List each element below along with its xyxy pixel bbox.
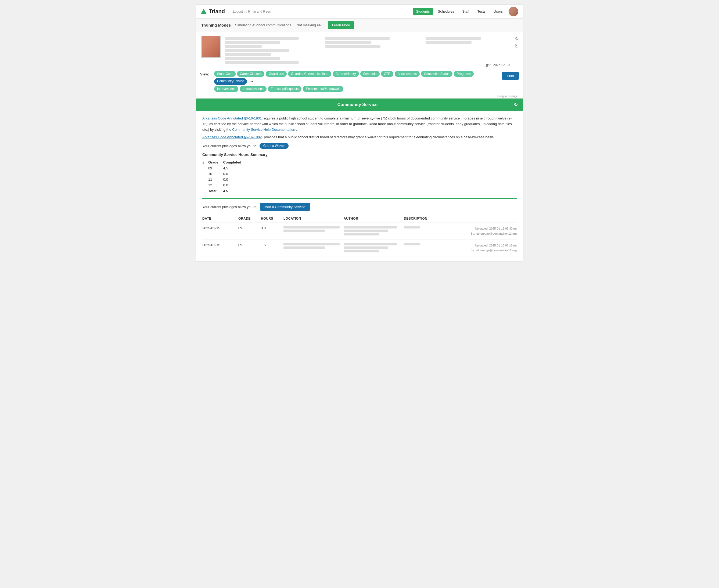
grant-waiver-row: Your current privileges allow you to: Gr… — [202, 143, 517, 149]
chip-container: SmartCore CareerClusters Guardians Guard… — [214, 71, 498, 94]
chip-enrollmentswithdrawals[interactable]: EnrollmentsWithdrawals — [303, 86, 343, 92]
waiver-row: Arkansas Code Annotated §6-16-1902 provi… — [202, 135, 517, 139]
chip-coursehistory[interactable]: CourseHistory — [333, 71, 359, 77]
chip-guardians[interactable]: Guardians — [266, 71, 286, 77]
more-options-button[interactable]: ··· — [248, 78, 257, 85]
chip-completionstatus[interactable]: CompletionStatus — [421, 71, 453, 77]
col-date: DATE — [202, 217, 237, 220]
grant-waiver-button[interactable]: Grant a Waiver — [260, 143, 288, 149]
law1-link2[interactable]: Community Service Help Documentation — [232, 128, 295, 131]
tab-bar: View: SmartCore CareerClusters Guardians… — [196, 69, 523, 99]
blur-line — [225, 61, 299, 64]
col-author: AUTHOR — [344, 217, 403, 220]
section-refresh-icon[interactable]: ↻ — [514, 102, 518, 108]
nav-students[interactable]: Students — [413, 8, 433, 15]
training-desc1: Simulating eSchool communications. — [235, 23, 292, 27]
grade-header: Grade — [208, 160, 223, 165]
add-community-service-button[interactable]: Add a Community Service — [260, 203, 310, 211]
completed-10: 0.0 — [223, 171, 246, 177]
grade-09: 09 — [208, 165, 223, 171]
grade-11: 11 — [208, 177, 223, 182]
row1-by: By: letheredge@bentonvillek12.org — [471, 231, 517, 236]
blur-line — [225, 45, 262, 48]
data-row: 2025-01-15 09 3.0 Uploaded — [202, 223, 517, 239]
row2-date: 2025-01-15 — [202, 243, 237, 247]
nav-tests[interactable]: Tests — [474, 8, 489, 15]
col-hours: HOURS — [261, 217, 282, 220]
law1-link[interactable]: Arkansas Code Annotated §6-16-1901 — [202, 116, 262, 120]
chip-guardiancommunications[interactable]: GuardianCommunications — [288, 71, 331, 77]
chip-programs[interactable]: Programs — [454, 71, 474, 77]
blur-line — [225, 41, 280, 44]
chip-smartcore[interactable]: SmartCore — [214, 71, 236, 77]
law2-body: provides that a public school district b… — [264, 135, 494, 139]
col-location: LOCATION — [283, 217, 343, 220]
completed-header: Completed — [223, 160, 246, 165]
refresh-icon-1[interactable]: ↻ — [515, 36, 519, 42]
ged-text: ged: 2025-02-10 — [486, 63, 510, 67]
student-info-col2 — [325, 36, 417, 65]
training-modes-title: Training Modes — [201, 23, 231, 27]
refresh-icon-2[interactable]: ↻ — [515, 43, 519, 49]
avatar[interactable] — [508, 7, 518, 16]
row1-desc-upload: Uploaded: 2025-01-15 08:30am By: lethere… — [404, 226, 517, 236]
chip-communityservice[interactable]: CommunityService — [214, 78, 247, 85]
nav-schedules[interactable]: Schedules — [435, 8, 457, 15]
chip-interventions[interactable]: Interventions — [214, 86, 239, 92]
row1-uploaded: Uploaded: 2025-01-15 08:30am — [471, 226, 517, 231]
chip-transcriptrequests[interactable]: TranscriptRequests — [268, 86, 302, 92]
total-row: Total: 4.5 — [208, 188, 246, 194]
chip-careerclusters[interactable]: CareerClusters — [237, 71, 265, 77]
section-divider — [202, 198, 517, 199]
nav-links: Students Schedules Staff Tests Users — [413, 8, 506, 15]
chip-immunizations[interactable]: Immunizations — [240, 86, 266, 92]
logo: Triand — [201, 8, 225, 15]
law2-link[interactable]: Arkansas Code Annotated §6-16-1902 — [202, 135, 262, 139]
tab-chips-row1: SmartCore CareerClusters Guardians Guard… — [214, 71, 498, 85]
row2-hours: 1.5 — [261, 243, 282, 247]
row2-author — [344, 243, 403, 252]
total-label: Total: — [208, 188, 223, 194]
row2-location — [283, 243, 343, 249]
completed-09: 4.5 — [223, 165, 246, 171]
blur-line — [344, 243, 397, 246]
blur-line — [225, 57, 280, 60]
print-button[interactable]: Print — [502, 72, 519, 80]
blur-line — [425, 41, 472, 44]
student-info-col3 — [425, 36, 518, 65]
learn-more-button[interactable]: Learn More — [328, 21, 354, 29]
blur-line — [425, 37, 481, 40]
chip-cte[interactable]: CTE — [381, 71, 393, 77]
law1-text: Arkansas Code Annotated §6-16-1901 requi… — [202, 116, 517, 132]
row2-upload-info: Uploaded: 2025-01-15 08:18am By: lethere… — [471, 243, 517, 253]
blur-line — [325, 45, 380, 48]
refresh-icons: ↻ ↻ — [515, 36, 519, 49]
row1-description — [404, 226, 420, 229]
tab-chips-row2: Interventions Immunizations TranscriptRe… — [214, 85, 498, 94]
nav-staff[interactable]: Staff — [459, 8, 473, 15]
row1-date: 2025-01-15 — [202, 226, 237, 230]
row1-location — [283, 226, 343, 232]
table-row: 11 0.0 — [208, 177, 246, 182]
completed-12: 0.0 — [223, 182, 246, 188]
student-info-columns — [225, 36, 518, 65]
grade-12: 12 — [208, 182, 223, 188]
chip-assessments[interactable]: Assessments — [395, 71, 420, 77]
blur-line — [344, 226, 397, 229]
data-table-header: DATE GRADE HOURS LOCATION AUTHOR DESCRIP… — [202, 214, 517, 223]
total-value: 4.5 — [223, 188, 246, 194]
add-row: Your current privileges allow you to: Ad… — [202, 203, 517, 211]
row2-desc-upload: Uploaded: 2025-01-15 08:18am By: lethere… — [404, 243, 517, 253]
top-navigation: Triand Logout in: 9 min and 9 sec Studen… — [196, 4, 523, 19]
add-privileges-text: Your current privileges allow you to: — [202, 205, 257, 209]
law1-end: . — [296, 128, 297, 131]
row1-author — [344, 226, 403, 235]
row2-description — [404, 243, 420, 246]
training-desc2: Not masking PPI. — [296, 23, 323, 27]
nav-users[interactable]: Users — [490, 8, 506, 15]
student-card-area: ↻ ↻ ged: 2025-02-10 — [196, 32, 523, 69]
blur-line — [325, 37, 390, 40]
blur-line — [225, 53, 271, 56]
logo-text: Triand — [209, 8, 225, 15]
chip-schedule[interactable]: Schedule — [360, 71, 380, 77]
